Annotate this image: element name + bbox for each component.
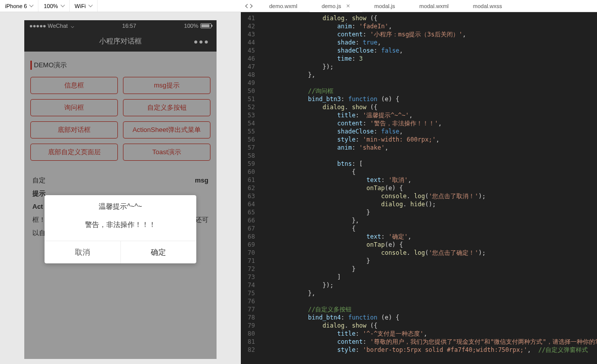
confirm-button[interactable]: 确定 <box>121 241 197 263</box>
line-gutter: 41 42 43 44 45 46 47 48 49 50 51 52 53 5… <box>241 12 259 364</box>
dialog-title: 温馨提示^~^~ <box>45 195 196 215</box>
tab-label: demo.wxml <box>269 3 297 9</box>
phone-simulator: ●●●●● WeChat ⌵ 16:57 100% 小程序对话框 ●●● DEM… <box>24 20 217 359</box>
cancel-button[interactable]: 取消 <box>45 241 121 263</box>
zoom-label: 100% <box>44 3 58 9</box>
tab-label: modal.js <box>374 3 395 9</box>
chevron-down-icon <box>88 3 92 7</box>
confirm-dialog: 温馨提示^~^~ 警告，非法操作！！！ 取消 确定 <box>45 195 196 263</box>
editor-tab[interactable]: modal.wxss <box>461 0 514 12</box>
dialog-content: 警告，非法操作！！！ <box>45 215 196 241</box>
chevron-down-icon <box>60 3 64 7</box>
modal-shade[interactable] <box>24 20 217 359</box>
code-content[interactable]: dialog. show ({ anim: 'fadeIn', content:… <box>259 12 597 364</box>
network-label: WiFi <box>75 3 86 9</box>
editor-tab[interactable]: modal.wxml <box>407 0 461 12</box>
editor-tab[interactable]: modal.js <box>362 0 407 12</box>
editor-tab[interactable]: demo.js× <box>310 0 362 12</box>
simulator-panel: iPhone 6 100% WiFi ●●●●● WeChat ⌵ 16:57 <box>0 0 241 364</box>
tab-label: modal.wxml <box>419 3 449 9</box>
device-label: iPhone 6 <box>5 3 27 9</box>
editor-tab[interactable]: demo.wxml <box>257 0 310 12</box>
zoom-selector[interactable]: 100% <box>38 0 69 12</box>
tab-label: demo.js <box>322 3 342 9</box>
editor-tab-bar: demo.wxmldemo.js×modal.jsmodal.wxmlmodal… <box>241 0 597 12</box>
device-selector[interactable]: iPhone 6 <box>0 0 38 12</box>
tab-label: modal.wxss <box>473 3 502 9</box>
chevron-down-icon <box>29 3 33 7</box>
code-editor[interactable]: 41 42 43 44 45 46 47 48 49 50 51 52 53 5… <box>241 12 597 364</box>
simulator-toolbar: iPhone 6 100% WiFi <box>0 0 241 12</box>
back-forward-icon[interactable] <box>241 5 257 8</box>
close-icon[interactable]: × <box>346 2 350 10</box>
editor-panel: demo.wxmldemo.js×modal.jsmodal.wxmlmodal… <box>241 0 597 364</box>
network-selector[interactable]: WiFi <box>70 0 98 12</box>
